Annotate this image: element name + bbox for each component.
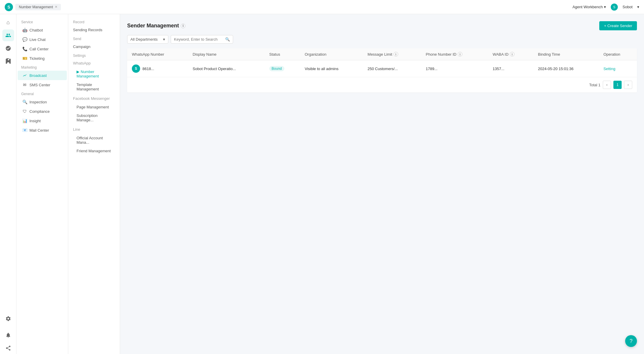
smscenter-icon: ✉: [22, 82, 27, 87]
sub-item-number-management[interactable]: ▶Number Management: [68, 67, 120, 80]
cell-whatsapp-number: S 8618...: [127, 60, 188, 77]
chatbot-label: Chatbot: [29, 28, 43, 32]
col-whatsapp-number: WhatsApp Number: [127, 48, 188, 60]
department-select[interactable]: All Departments ▾: [127, 35, 168, 44]
tab-number-management[interactable]: Number Management ✕: [15, 4, 61, 10]
icon-sidebar: ⌂: [0, 14, 16, 354]
mailcenter-icon: 📧: [22, 128, 27, 133]
sidebar-item-compliance[interactable]: 🛡 Compliance: [18, 107, 67, 116]
phone-number-id-info-icon[interactable]: ℹ: [458, 52, 462, 57]
waba-id-info-icon[interactable]: ℹ: [510, 52, 514, 57]
sidebar-item-callcenter[interactable]: 📞 Call Center: [18, 44, 67, 54]
sidebar-icon-home[interactable]: ⌂: [2, 16, 14, 28]
chatbot-icon: 🤖: [22, 28, 27, 32]
cell-operation: Setting: [599, 60, 637, 77]
top-bar: S Number Management ✕ Agent Workbench ▾ …: [0, 0, 644, 14]
compliance-icon: 🛡: [22, 109, 27, 114]
search-input-wrap: 🔍: [171, 35, 233, 44]
marketing-section-title: Marketing: [16, 63, 68, 71]
agent-workbench-label: Agent Workbench: [572, 5, 603, 9]
left-sidebar: Service 🤖 Chatbot 💬 Live Chat 📞 Call Cen…: [16, 14, 68, 354]
sidebar-icon-contacts[interactable]: [2, 29, 14, 41]
app-logo: S: [5, 3, 13, 11]
sidebar-item-inspection[interactable]: 🔍 Inspection: [18, 97, 67, 107]
col-message-limit: Message Limit ℹ: [363, 48, 421, 60]
send-section-title: Send: [68, 34, 120, 42]
cell-display-name: Sobot Product Operatio...: [188, 60, 265, 77]
help-button[interactable]: ?: [625, 335, 637, 347]
sidebar-item-smscenter[interactable]: ✉ SMS Center: [18, 80, 67, 90]
callcenter-icon: 📞: [22, 47, 27, 51]
setting-link[interactable]: Setting: [603, 67, 615, 71]
sidebar-icon-share[interactable]: [2, 342, 14, 354]
sidebar-icon-bell[interactable]: [2, 329, 14, 341]
general-section-title: General: [16, 90, 68, 97]
sidebar-item-insight[interactable]: 📊 Insight: [18, 116, 67, 125]
prev-page-btn[interactable]: ‹: [603, 81, 611, 89]
wa-avatar: S: [132, 64, 140, 73]
cell-binding-time: 2024-05-20 15:01:36: [533, 60, 599, 77]
cell-message-limit: 250 Customers/...: [363, 60, 421, 77]
tab-close-icon[interactable]: ✕: [55, 5, 57, 9]
sidebar-icon-groups[interactable]: [2, 42, 14, 54]
info-icon[interactable]: ℹ: [181, 24, 185, 28]
sub-item-page-management[interactable]: Page Management: [68, 103, 120, 111]
col-phone-number-id: Phone Number ID ℹ: [421, 48, 488, 60]
col-binding-time: Binding Time: [533, 48, 599, 60]
sidebar-item-mailcenter[interactable]: 📧 Mail Center: [18, 125, 67, 135]
sidebar-item-ticketing[interactable]: 🎫 Ticketing: [18, 54, 67, 63]
user-name[interactable]: Sobot: [623, 5, 633, 9]
cell-phone-number-id: 1789...: [421, 60, 488, 77]
top-bar-right: Agent Workbench ▾ S Sobot ▾: [572, 4, 639, 11]
sub-item-campaign[interactable]: Campaign: [68, 42, 120, 51]
chevron-down-icon: ▾: [604, 5, 606, 9]
status-badge: Bound: [269, 66, 284, 71]
ticketing-label: Ticketing: [29, 56, 45, 61]
insight-icon: 📊: [22, 118, 27, 123]
user-avatar: S: [611, 4, 618, 11]
sender-table: WhatsApp Number Display Name Status Orga…: [127, 48, 637, 92]
whatsapp-section-label: WhatsApp: [68, 59, 120, 67]
sidebar-icon-book[interactable]: [2, 55, 14, 67]
mailcenter-label: Mail Center: [29, 128, 49, 133]
message-limit-info-icon[interactable]: ℹ: [394, 52, 398, 57]
livechat-label: Live Chat: [29, 37, 46, 42]
sub-item-subscription-manage[interactable]: Subscription Manage...: [68, 111, 120, 124]
cell-waba-id: 1357...: [488, 60, 533, 77]
inspection-label: Inspection: [29, 100, 47, 104]
page-1-btn[interactable]: 1: [613, 81, 622, 89]
sub-item-sending-records[interactable]: Sending Records: [68, 25, 120, 34]
settings-section-title: Settings: [68, 51, 120, 59]
sub-item-official-account[interactable]: Official Account Mana...: [68, 134, 120, 147]
page-header: Sender Management ℹ + Create Sender: [127, 21, 637, 30]
smscenter-label: SMS Center: [29, 83, 50, 87]
tab-label: Number Management: [19, 5, 53, 9]
sidebar-item-livechat[interactable]: 💬 Live Chat: [18, 35, 67, 44]
whatsapp-number-value: 8618...: [142, 67, 154, 71]
agent-workbench-btn[interactable]: Agent Workbench ▾: [572, 5, 606, 9]
main-layout: ⌂ Service 🤖 Chatbot 💬 Live Chat: [0, 14, 644, 354]
sidebar-icon-settings[interactable]: [2, 313, 14, 325]
page-title: Sender Management ℹ: [127, 23, 185, 29]
main-content: Sender Management ℹ + Create Sender All …: [120, 14, 644, 354]
inspection-icon: 🔍: [22, 100, 27, 104]
sidebar-item-broadcast[interactable]: Broadcast: [18, 71, 67, 80]
filter-bar: All Departments ▾ 🔍: [127, 35, 637, 44]
next-page-btn[interactable]: ›: [624, 81, 632, 89]
facebook-section-label: Facebook Messenger: [68, 93, 120, 103]
broadcast-label: Broadcast: [29, 73, 47, 78]
create-sender-button[interactable]: + Create Sender: [599, 21, 637, 30]
top-bar-left: S Number Management ✕: [5, 3, 61, 11]
insight-label: Insight: [29, 119, 41, 123]
sub-item-template-management[interactable]: Template Management: [68, 80, 120, 93]
sub-item-friend-management[interactable]: Friend Management: [68, 147, 120, 155]
user-chevron-icon: ▾: [637, 5, 639, 9]
line-section-label: Line: [68, 124, 120, 134]
sidebar-item-chatbot[interactable]: 🤖 Chatbot: [18, 25, 67, 35]
arrow-icon: ▶: [77, 70, 79, 74]
search-input[interactable]: [174, 37, 223, 42]
cell-status: Bound: [265, 60, 300, 77]
col-display-name: Display Name: [188, 48, 265, 60]
sub-sidebar: Record Sending Records Send Campaign Set…: [68, 14, 120, 354]
livechat-icon: 💬: [22, 37, 27, 42]
